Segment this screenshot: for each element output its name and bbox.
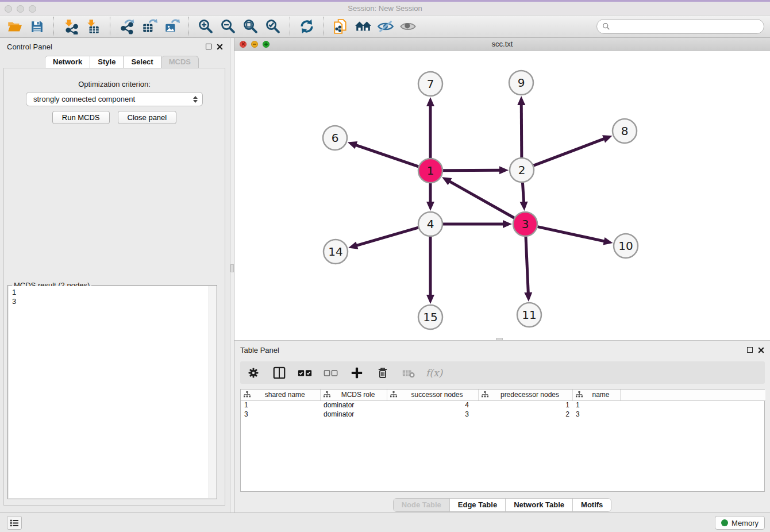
control-tab-mcds[interactable]: MCDS xyxy=(161,56,199,68)
column-header-predecessor-nodes[interactable]: predecessor nodes xyxy=(478,390,572,400)
table-cell[interactable]: 1 xyxy=(478,400,572,410)
add-row-icon[interactable] xyxy=(348,364,365,381)
table-cell[interactable]: 3 xyxy=(387,410,478,419)
table-cell[interactable] xyxy=(620,400,765,410)
mcds-result-item[interactable]: 1 xyxy=(12,288,216,297)
delete-table-icon[interactable] xyxy=(400,364,417,381)
export-network-icon[interactable] xyxy=(118,18,136,35)
node-8[interactable]: 8 xyxy=(613,119,637,143)
edge-4-15[interactable] xyxy=(426,237,434,304)
show-columns-icon[interactable] xyxy=(271,364,288,381)
edge-3-11[interactable] xyxy=(524,237,532,302)
table-tab-motifs[interactable]: Motifs xyxy=(572,499,611,511)
hide-selected-eye-icon[interactable] xyxy=(377,18,394,35)
function-builder-icon[interactable]: f(x) xyxy=(426,367,442,379)
table-cell[interactable]: 1 xyxy=(572,400,620,410)
mcds-result-list[interactable]: 13 xyxy=(9,286,216,498)
network-maximize-button[interactable] xyxy=(263,41,270,48)
zoom-out-icon[interactable] xyxy=(220,18,237,35)
control-tab-style[interactable]: Style xyxy=(90,56,124,68)
edge-1-4[interactable] xyxy=(426,183,434,211)
select-all-checks-icon[interactable] xyxy=(297,364,314,381)
edge-1-7[interactable] xyxy=(426,97,434,158)
save-session-icon[interactable] xyxy=(28,18,45,35)
edge-2-3[interactable] xyxy=(520,183,528,211)
node-1[interactable]: 1 xyxy=(418,159,442,183)
criterion-dropdown[interactable]: strongly connected component xyxy=(26,92,203,106)
node-4[interactable]: 4 xyxy=(418,212,442,236)
import-network-icon[interactable] xyxy=(62,18,79,35)
column-header-successor-nodes[interactable]: successor nodes xyxy=(387,390,478,400)
close-panel-button[interactable]: Close panel xyxy=(118,111,177,124)
edge-4-3[interactable] xyxy=(443,220,512,228)
column-header-blank[interactable] xyxy=(620,390,765,400)
task-history-button[interactable] xyxy=(7,516,22,530)
window-maximize-button[interactable] xyxy=(29,5,36,13)
home-view-icon[interactable] xyxy=(355,18,372,35)
node-3[interactable]: 3 xyxy=(513,212,537,236)
edge-3-1[interactable] xyxy=(442,177,514,218)
node-6[interactable]: 6 xyxy=(323,126,347,150)
table-cell[interactable]: 3 xyxy=(572,410,620,419)
close-table-panel-icon[interactable] xyxy=(758,347,764,353)
table-cell[interactable]: 1 xyxy=(241,400,320,410)
memory-button[interactable]: Memory xyxy=(715,516,765,530)
result-list-scrollbar[interactable] xyxy=(209,286,216,498)
node-table[interactable]: shared nameMCDS rolesuccessor nodesprede… xyxy=(240,389,765,492)
table-cell[interactable]: 3 xyxy=(241,410,320,419)
delete-row-icon[interactable] xyxy=(374,364,391,381)
import-table-icon[interactable] xyxy=(84,18,102,35)
settings-gear-icon[interactable] xyxy=(245,364,262,381)
network-minimize-button[interactable] xyxy=(251,41,258,48)
show-all-eye-icon[interactable] xyxy=(399,18,417,35)
edge-2-9[interactable] xyxy=(517,96,525,157)
table-tab-node-table[interactable]: Node Table xyxy=(394,499,449,511)
node-10[interactable]: 10 xyxy=(614,234,638,258)
window-close-button[interactable] xyxy=(5,5,12,13)
column-header-mcds-role[interactable]: MCDS role xyxy=(320,390,387,400)
node-9[interactable]: 9 xyxy=(509,71,533,95)
edge-1-6[interactable] xyxy=(348,141,418,167)
export-table-icon[interactable] xyxy=(141,18,158,35)
column-header-shared-name[interactable]: shared name xyxy=(241,390,320,400)
network-from-file-icon[interactable] xyxy=(332,18,349,35)
control-tab-network[interactable]: Network xyxy=(45,56,90,68)
clear-all-checks-icon[interactable] xyxy=(322,364,340,381)
window-minimize-button[interactable] xyxy=(17,5,24,13)
vertical-splitter[interactable] xyxy=(230,38,234,512)
table-cell[interactable] xyxy=(620,410,765,419)
node-2[interactable]: 2 xyxy=(510,158,534,182)
table-cell[interactable]: dominator xyxy=(320,410,387,419)
node-7[interactable]: 7 xyxy=(418,72,442,96)
zoom-fit-icon[interactable] xyxy=(242,18,259,35)
float-table-panel-icon[interactable] xyxy=(747,347,753,353)
table-cell[interactable]: 2 xyxy=(478,410,572,419)
run-mcds-button[interactable]: Run MCDS xyxy=(52,111,110,124)
open-session-icon[interactable] xyxy=(6,18,23,35)
close-panel-icon[interactable] xyxy=(217,44,223,50)
table-tab-network-table[interactable]: Network Table xyxy=(505,499,572,511)
zoom-in-icon[interactable] xyxy=(197,18,214,35)
table-row[interactable]: 1dominator411 xyxy=(241,400,765,410)
edge-3-10[interactable] xyxy=(537,227,613,245)
column-header-name[interactable]: name xyxy=(572,390,620,400)
vertical-splitter-handle[interactable] xyxy=(230,264,234,272)
edge-1-2[interactable] xyxy=(443,166,509,174)
network-close-button[interactable] xyxy=(240,41,247,48)
table-cell[interactable]: dominator xyxy=(320,400,387,410)
edge-4-14[interactable] xyxy=(348,228,418,249)
search-field[interactable] xyxy=(596,19,764,34)
mcds-result-item[interactable]: 3 xyxy=(12,297,216,306)
edge-2-8[interactable] xyxy=(534,135,613,165)
search-input[interactable] xyxy=(613,22,759,31)
node-15[interactable]: 15 xyxy=(418,305,442,329)
float-panel-icon[interactable] xyxy=(206,44,211,49)
table-tab-edge-table[interactable]: Edge Table xyxy=(449,499,505,511)
node-11[interactable]: 11 xyxy=(517,303,541,327)
table-row[interactable]: 3dominator323 xyxy=(241,410,765,419)
export-image-icon[interactable] xyxy=(163,18,180,35)
table-cell[interactable]: 4 xyxy=(387,400,478,410)
refresh-view-icon[interactable] xyxy=(298,18,315,35)
network-canvas[interactable]: 7968124314101511 xyxy=(234,51,770,340)
node-14[interactable]: 14 xyxy=(324,240,348,264)
